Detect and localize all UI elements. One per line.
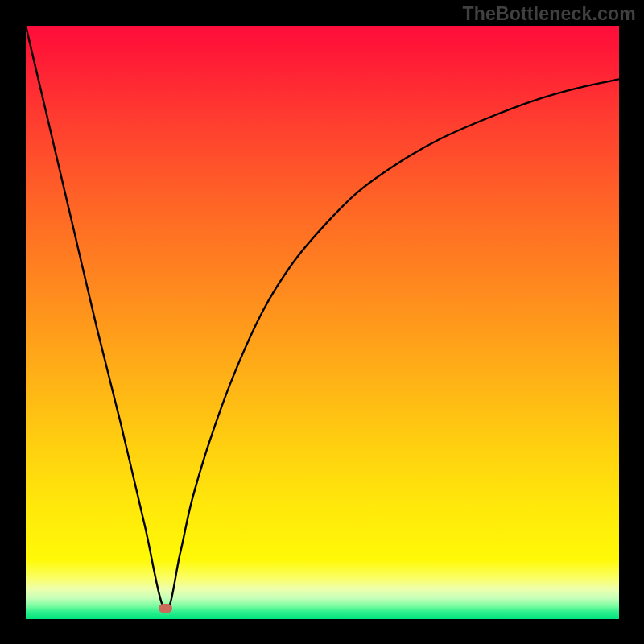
optimum-marker (159, 604, 172, 613)
plot-area (26, 26, 619, 619)
curve-svg (26, 26, 619, 619)
bottleneck-curve (26, 26, 619, 610)
chart-frame: TheBottleneck.com (0, 0, 644, 644)
attribution-label: TheBottleneck.com (462, 3, 636, 25)
